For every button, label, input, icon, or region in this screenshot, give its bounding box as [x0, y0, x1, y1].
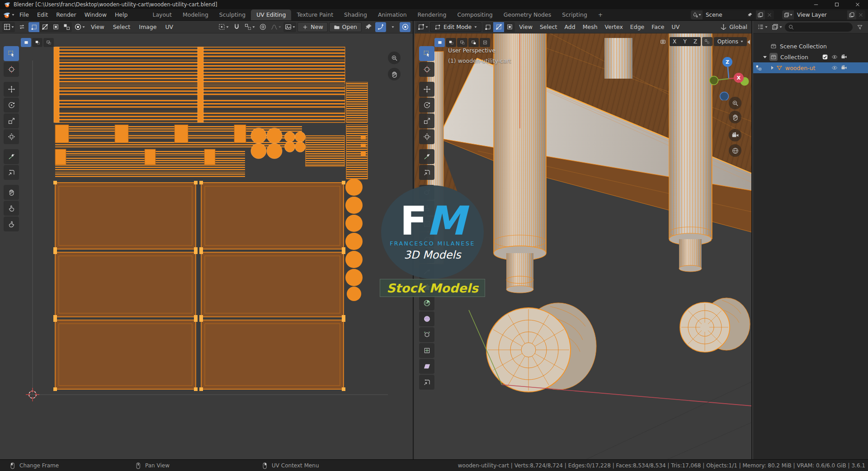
tool-move-3d[interactable] — [419, 82, 434, 97]
uv-layout[interactable] — [0, 33, 413, 459]
mirror-icon[interactable] — [658, 37, 668, 46]
v3d-select-mode-set[interactable] — [434, 38, 445, 47]
vertex-select-button[interactable] — [482, 22, 493, 32]
viewport-zoom-button[interactable] — [729, 97, 741, 109]
uv-snap-toggle[interactable] — [231, 22, 242, 32]
view-layer-remove-button[interactable] — [856, 10, 865, 19]
scene-new-button[interactable] — [756, 10, 765, 19]
uv-island-bar-left[interactable] — [54, 47, 59, 122]
tab-modeling[interactable]: Modeling — [177, 9, 214, 20]
leg-far[interactable] — [604, 38, 632, 79]
uv-overlay-toggle[interactable] — [400, 22, 410, 32]
viewport-perspective-toggle-button[interactable] — [729, 144, 741, 157]
tool-select-box[interactable] — [4, 46, 19, 61]
v3d-menu-face[interactable]: Face — [648, 21, 667, 33]
tool-2d-cursor[interactable] — [4, 62, 19, 77]
v3d-menu-view[interactable]: View — [516, 21, 536, 33]
caster-wheel-left[interactable] — [486, 303, 596, 392]
close-button[interactable] — [847, 0, 868, 9]
disclosure-closed-icon[interactable] — [771, 66, 774, 70]
tool-smooth[interactable] — [419, 311, 434, 326]
tool-rotate-3d[interactable] — [419, 98, 434, 113]
tool-shrink-fatten[interactable] — [419, 343, 434, 358]
uv-menu-uv[interactable]: UV — [161, 21, 177, 33]
tool-rotate[interactable] — [4, 98, 19, 113]
tool-rip-region[interactable] — [4, 165, 19, 180]
view-layer-browse-button[interactable] — [782, 10, 794, 19]
leg-front[interactable] — [494, 33, 546, 293]
eye-icon[interactable] — [831, 54, 838, 60]
uv-sync-selection-toggle[interactable] — [16, 22, 27, 32]
uv-sticky-selection-dropdown[interactable] — [73, 22, 86, 32]
tool-scale[interactable] — [4, 113, 19, 128]
edge-select-button[interactable] — [493, 22, 504, 32]
uv-pivot-dropdown[interactable] — [217, 22, 230, 32]
outliner-row-scene-collection[interactable]: Scene Collection — [753, 41, 868, 52]
v3d-menu-add[interactable]: Add — [561, 21, 578, 33]
gizmo-axis-y-neg[interactable] — [710, 76, 718, 85]
menu-file[interactable]: File — [15, 10, 33, 20]
uv-proportional-falloff-dropdown[interactable] — [269, 22, 282, 32]
uv-island-dense-block[interactable] — [306, 136, 344, 166]
v3d-select-mode-intersect[interactable] — [480, 38, 490, 47]
mode-dropdown[interactable]: Edit Mode — [430, 22, 481, 32]
tool-shear[interactable] — [419, 359, 434, 374]
tool-scale-3d[interactable] — [419, 113, 434, 128]
v3d-menu-mesh[interactable]: Mesh — [580, 21, 601, 33]
uv-select-edge-button[interactable] — [39, 22, 50, 32]
add-workspace-button[interactable]: + — [593, 9, 608, 20]
outliner-row-wooden-ut[interactable]: wooden-ut — [753, 62, 868, 73]
uv-island-right-column[interactable] — [345, 125, 368, 301]
outliner-display-mode-dropdown[interactable] — [756, 22, 769, 32]
mirror-y-button[interactable]: Y — [680, 37, 690, 46]
outliner-filter-dropdown[interactable] — [770, 22, 783, 32]
scene-unlink-button[interactable] — [765, 10, 774, 19]
tab-rendering[interactable]: Rendering — [412, 9, 452, 20]
tab-sculpting[interactable]: Sculpting — [214, 9, 251, 20]
tab-texture-paint[interactable]: Texture Paint — [291, 9, 339, 20]
uv-open-image-button[interactable]: Open — [329, 22, 362, 32]
tab-layout[interactable]: Layout — [147, 9, 177, 20]
viewport-pan-button[interactable] — [729, 111, 741, 123]
uv-zoom-button[interactable] — [388, 52, 401, 64]
tool-pinch-brush[interactable] — [4, 217, 19, 231]
menu-render[interactable]: Render — [52, 10, 80, 20]
uv-select-mode-subtract[interactable] — [43, 38, 54, 47]
uv-menu-image[interactable]: Image — [135, 21, 160, 33]
sidebar-collapse-arrow[interactable] — [747, 40, 750, 44]
view-layer-new-button[interactable] — [847, 10, 856, 19]
tool-annotate[interactable] — [4, 149, 19, 164]
v3d-menu-select[interactable]: Select — [537, 21, 561, 33]
tab-scripting[interactable]: Scripting — [557, 9, 593, 20]
tab-shading[interactable]: Shading — [339, 9, 373, 20]
uv-select-island-button[interactable] — [61, 22, 72, 32]
menu-help[interactable]: Help — [111, 10, 132, 20]
uv-proportional-edit-toggle[interactable] — [257, 22, 268, 32]
tool-cursor-3d[interactable] — [419, 62, 434, 77]
outliner-funnel-button[interactable] — [854, 22, 865, 32]
menu-window[interactable]: Window — [80, 10, 111, 20]
tool-spin[interactable] — [419, 296, 434, 311]
minimize-button[interactable] — [806, 0, 826, 9]
uv-canvas[interactable] — [0, 33, 413, 459]
tool-grab-brush[interactable] — [4, 185, 19, 200]
camera-visibility-icon[interactable] — [841, 54, 847, 60]
uv-new-image-button[interactable]: New — [297, 22, 327, 32]
uv-select-vertex-button[interactable] — [28, 22, 39, 32]
options-dropdown[interactable]: Options — [714, 37, 747, 46]
transform-orientation-dropdown[interactable]: Global — [719, 22, 750, 32]
v3d-menu-edge[interactable]: Edge — [627, 21, 647, 33]
checkbox-icon[interactable] — [822, 54, 828, 60]
viewport-camera-view-button[interactable] — [729, 129, 741, 141]
disclosure-open-icon[interactable] — [763, 56, 767, 58]
uv-select-mode-set[interactable] — [21, 38, 31, 47]
outliner-search-input[interactable] — [785, 23, 853, 32]
face-select-button[interactable] — [504, 22, 515, 32]
uv-menu-select[interactable]: Select — [109, 21, 134, 33]
tab-uv-editing[interactable]: UV Editing — [251, 9, 291, 20]
view-layer-name-field[interactable]: View Layer — [794, 10, 847, 19]
uv-live-unwrap-toggle[interactable] — [375, 22, 386, 32]
outliner-row-collection[interactable]: Collection — [753, 52, 868, 62]
v3d-select-mode-subtract[interactable] — [457, 38, 467, 47]
v3d-select-mode-extend[interactable] — [446, 38, 456, 47]
